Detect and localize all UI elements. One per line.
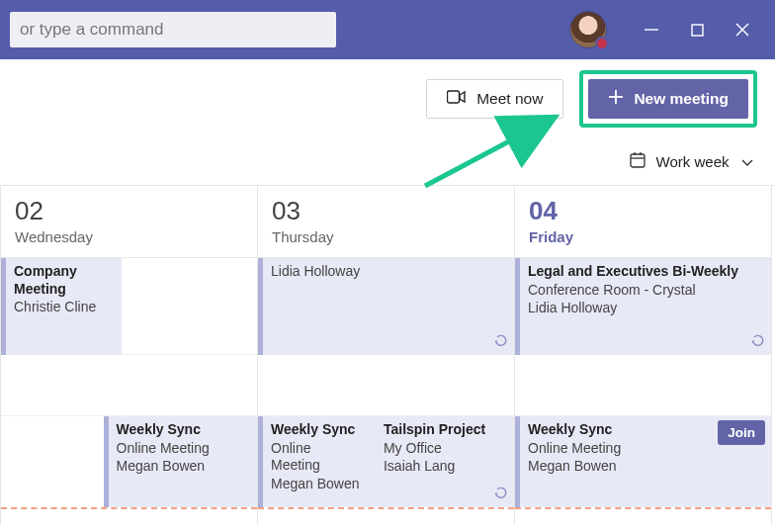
window-maximize-button[interactable] <box>674 7 720 52</box>
day-header[interactable]: 02 Wednesday <box>1 186 257 258</box>
event-location: Online Meeting <box>117 440 249 458</box>
event-location: Conference Room - Crystal <box>528 282 763 300</box>
day-name: Thursday <box>272 228 500 245</box>
event-title: Tailspin Project <box>384 421 506 439</box>
event-weekly-sync-fri[interactable]: Weekly Sync Online Meeting Megan Bowen J… <box>515 416 771 507</box>
calendar-range-icon <box>629 151 646 172</box>
annotation-highlight-box: New meeting <box>579 70 757 128</box>
view-mode-label: Work week <box>656 153 730 170</box>
svg-rect-4 <box>448 91 460 103</box>
event-title: Weekly Sync <box>117 421 249 439</box>
recurring-icon <box>751 334 765 351</box>
window-close-button[interactable] <box>720 7 765 52</box>
svg-rect-1 <box>692 25 703 36</box>
day-name: Friday <box>529 228 757 245</box>
recurring-icon <box>494 334 508 351</box>
event-location: My Office <box>384 440 506 458</box>
day-slots: Legal and Executives Bi-Weekly Conferenc… <box>515 258 771 525</box>
current-time-indicator <box>1 507 257 509</box>
event-organizer: Megan Bowen <box>528 458 763 476</box>
event-title: Weekly Sync <box>271 421 363 439</box>
window-minimize-button[interactable] <box>629 7 674 52</box>
search-placeholder: or type a command <box>20 20 164 40</box>
svg-rect-7 <box>631 154 645 167</box>
new-meeting-label: New meeting <box>634 90 729 108</box>
title-bar: or type a command <box>0 0 775 59</box>
meet-now-label: Meet now <box>476 90 543 108</box>
plus-icon <box>608 89 624 109</box>
calendar-grid: 02 Wednesday Company Meeting Christie Cl… <box>0 186 775 525</box>
search-input[interactable]: or type a command <box>10 12 336 47</box>
new-meeting-button[interactable]: New meeting <box>588 79 748 119</box>
event-organizer: Lidia Holloway <box>528 300 763 317</box>
event-company-meeting[interactable]: Company Meeting Christie Cline <box>1 258 122 355</box>
event-location: Online Meeting <box>271 440 363 475</box>
day-column-fri: 04 Friday Legal and Executives Bi-Weekly… <box>515 186 772 525</box>
event-weekly-sync-wed[interactable]: Weekly Sync Online Meeting Megan Bowen <box>104 416 257 507</box>
event-weekly-sync-thu[interactable]: Weekly Sync Online Meeting Megan Bowen <box>258 416 371 507</box>
day-header[interactable]: 03 Thursday <box>258 186 514 258</box>
event-title: Company Meeting <box>14 263 114 298</box>
day-column-wed: 02 Wednesday Company Meeting Christie Cl… <box>1 186 258 525</box>
event-organizer: Lidia Holloway <box>271 263 506 281</box>
view-bar: Work week <box>0 138 775 186</box>
day-slots: Lidia Holloway Weekly Sync Online Meetin… <box>258 258 514 525</box>
event-organizer: Christie Cline <box>14 299 114 316</box>
day-name: Wednesday <box>15 228 243 245</box>
current-time-indicator <box>258 507 514 509</box>
profile-avatar[interactable] <box>569 11 607 48</box>
event-title: Legal and Executives Bi-Weekly <box>528 263 763 281</box>
meet-now-button[interactable]: Meet now <box>426 79 563 119</box>
event-organizer: Isaiah Lang <box>384 458 506 476</box>
day-column-thu: 03 Thursday Lidia Holloway Weekly Sync O… <box>258 186 515 525</box>
video-icon <box>447 89 467 109</box>
event-organizer: Megan Bowen <box>117 458 249 476</box>
day-number: 02 <box>15 196 243 226</box>
day-slots: Company Meeting Christie Cline Weekly Sy… <box>1 258 257 525</box>
event-tailspin[interactable]: Tailspin Project My Office Isaiah Lang <box>371 416 514 507</box>
chevron-down-icon <box>741 153 753 170</box>
day-header[interactable]: 04 Friday <box>515 186 771 258</box>
event-lidia-thu[interactable]: Lidia Holloway <box>258 258 514 355</box>
recurring-icon <box>494 487 508 503</box>
day-number: 03 <box>272 196 500 226</box>
join-meeting-button[interactable]: Join <box>718 420 765 445</box>
calendar-toolbar: Meet now New meeting <box>0 59 775 138</box>
event-legal-exec[interactable]: Legal and Executives Bi-Weekly Conferenc… <box>515 258 771 355</box>
day-number: 04 <box>529 196 757 226</box>
current-time-indicator <box>515 507 771 509</box>
presence-busy-icon <box>595 37 609 50</box>
event-organizer: Megan Bowen <box>271 476 363 493</box>
view-mode-dropdown[interactable]: Work week <box>656 153 753 170</box>
